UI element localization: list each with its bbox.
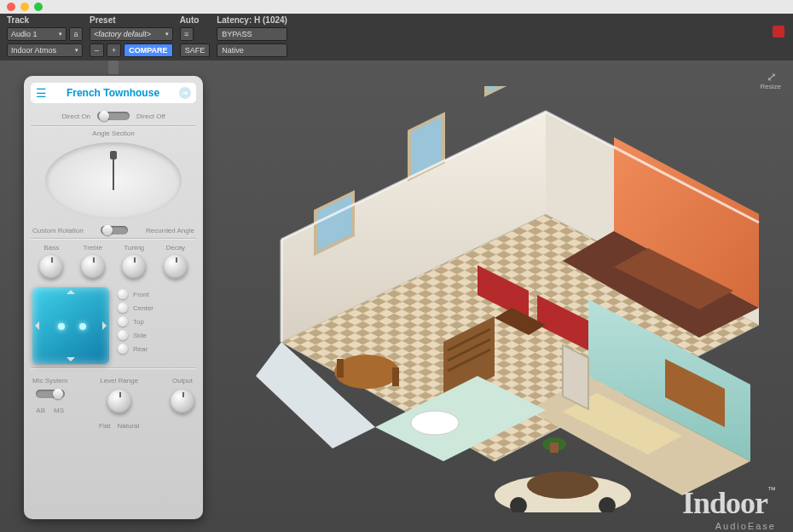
side-label: Side bbox=[133, 332, 147, 339]
track-select-value: Audio 1 bbox=[11, 30, 38, 38]
bypass-button[interactable]: BYPASS bbox=[217, 27, 287, 41]
resize-icon: ⤢ bbox=[761, 71, 781, 83]
brand-subtitle: AudioEase bbox=[682, 521, 776, 531]
preset-next-button[interactable]: + bbox=[107, 43, 121, 57]
chevron-down-icon: ▾ bbox=[59, 31, 62, 38]
microphone-icon[interactable] bbox=[113, 156, 114, 190]
preset-prev-button[interactable]: – bbox=[90, 43, 104, 57]
mic-system-knob[interactable] bbox=[53, 389, 63, 399]
output-label: Output bbox=[172, 377, 193, 385]
side-radio[interactable] bbox=[118, 330, 128, 340]
window-titlebar bbox=[0, 0, 793, 14]
trademark-symbol: ™ bbox=[767, 485, 776, 494]
svg-point-36 bbox=[527, 471, 599, 499]
position-radio-group: Front Center Top Side Rear bbox=[118, 287, 153, 354]
close-traffic-light[interactable] bbox=[7, 3, 15, 11]
auto-menu-button[interactable]: ≡ bbox=[180, 27, 194, 41]
output-knob[interactable] bbox=[171, 390, 194, 413]
camera-icon[interactable] bbox=[108, 61, 119, 74]
decay-knob[interactable] bbox=[164, 255, 188, 279]
native-button[interactable]: Native bbox=[217, 43, 287, 57]
front-label: Front bbox=[133, 291, 149, 298]
treble-knob[interactable] bbox=[81, 255, 105, 279]
svg-rect-34 bbox=[550, 442, 559, 453]
preset-next-icon[interactable]: ➔ bbox=[179, 87, 191, 99]
natural-label: Natural bbox=[117, 422, 139, 430]
rotation-slider-knob[interactable] bbox=[102, 225, 113, 235]
zoom-traffic-light[interactable] bbox=[34, 3, 43, 11]
chevron-down-icon: ▾ bbox=[75, 47, 78, 54]
arrow-right-icon[interactable] bbox=[102, 321, 111, 330]
rear-radio[interactable] bbox=[118, 344, 128, 354]
top-radio[interactable] bbox=[118, 316, 128, 327]
auto-label: Auto bbox=[180, 15, 211, 25]
insert-select-value: Indoor Atmos bbox=[11, 46, 56, 55]
level-range-knob[interactable] bbox=[107, 390, 131, 413]
record-indicator[interactable] bbox=[773, 26, 784, 38]
insert-select[interactable]: Indoor Atmos ▾ bbox=[7, 43, 83, 57]
divider bbox=[31, 367, 196, 368]
position-dot[interactable] bbox=[58, 323, 65, 330]
direct-slider[interactable] bbox=[97, 112, 130, 120]
brand-name: Indoor bbox=[682, 486, 767, 520]
room-3d-view[interactable] bbox=[222, 86, 767, 512]
treble-label: Treble bbox=[84, 244, 102, 252]
bass-knob[interactable] bbox=[39, 255, 63, 279]
custom-rotation-label: Custom Rotation bbox=[32, 227, 84, 234]
hamburger-icon[interactable]: ☰ bbox=[36, 87, 47, 99]
track-label: Track bbox=[7, 15, 83, 25]
top-label: Top bbox=[133, 318, 144, 326]
position-cube[interactable] bbox=[32, 287, 109, 364]
svg-point-19 bbox=[334, 355, 399, 389]
room-preset-bar: ☰ French Townhouse ➔ bbox=[31, 83, 196, 103]
rotation-slider[interactable] bbox=[101, 226, 128, 234]
arrow-up-icon[interactable] bbox=[67, 286, 75, 294]
control-panel: ☰ French Townhouse ➔ Direct On Direct Of… bbox=[24, 76, 203, 519]
room-preset-name[interactable]: French Townhouse bbox=[54, 87, 172, 99]
mic-system-label: Mic System bbox=[32, 377, 67, 385]
decay-label: Decay bbox=[165, 244, 185, 252]
svg-rect-31 bbox=[486, 86, 518, 95]
direct-off-label: Direct Off bbox=[136, 113, 165, 120]
arrow-down-icon[interactable] bbox=[67, 357, 75, 366]
rear-label: Rear bbox=[133, 345, 148, 353]
preset-select[interactable]: <factory default> ▾ bbox=[90, 27, 173, 41]
position-dot[interactable] bbox=[79, 323, 86, 330]
bass-label: Bass bbox=[43, 244, 59, 252]
center-label: Center bbox=[133, 304, 153, 312]
ms-label: MS bbox=[54, 407, 64, 414]
brand-logo: Indoor™ AudioEase bbox=[682, 485, 776, 531]
track-link-button[interactable]: a bbox=[69, 27, 83, 41]
plugin-toolbar: Track Audio 1 ▾ a Indoor Atmos ▾ Preset … bbox=[0, 14, 793, 61]
mic-system-slider[interactable] bbox=[36, 390, 65, 398]
svg-rect-20 bbox=[337, 359, 344, 378]
chevron-down-icon: ▾ bbox=[165, 31, 169, 38]
svg-rect-21 bbox=[392, 367, 399, 386]
compare-button[interactable]: COMPARE bbox=[124, 43, 172, 57]
minimize-traffic-light[interactable] bbox=[20, 3, 29, 11]
direct-on-label: Direct On bbox=[61, 113, 90, 120]
tuning-label: Tuning bbox=[124, 244, 144, 252]
track-select[interactable]: Audio 1 ▾ bbox=[7, 27, 67, 41]
divider bbox=[31, 238, 196, 239]
center-radio[interactable] bbox=[118, 303, 128, 313]
safe-button[interactable]: SAFE bbox=[180, 43, 211, 57]
angle-picker[interactable] bbox=[45, 142, 182, 219]
plugin-main-area: ⤢ Resize ☰ French Townhouse ➔ Direct On … bbox=[0, 61, 793, 532]
preset-label: Preset bbox=[90, 15, 173, 25]
ab-label: AB bbox=[36, 407, 45, 414]
flat-label: Flat bbox=[99, 422, 110, 430]
recorded-angle-label: Recorded Angle bbox=[146, 227, 194, 234]
divider bbox=[31, 125, 196, 126]
direct-slider-knob[interactable] bbox=[99, 111, 109, 121]
preset-select-value: <factory default> bbox=[94, 30, 151, 38]
level-range-label: Level Range bbox=[100, 377, 138, 385]
arrow-left-icon[interactable] bbox=[31, 321, 39, 330]
latency-label: Latency: H (1024) bbox=[217, 15, 287, 25]
tuning-knob[interactable] bbox=[122, 255, 146, 279]
front-radio[interactable] bbox=[118, 289, 128, 299]
svg-point-27 bbox=[411, 411, 459, 435]
angle-section-label: Angle Section bbox=[31, 130, 196, 137]
